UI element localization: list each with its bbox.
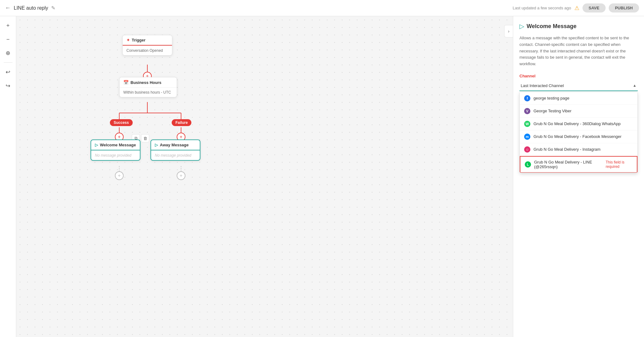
channel-icon-george-viber: V xyxy=(524,108,530,114)
business-hours-content: Within business hours - UTC xyxy=(123,90,171,95)
panel-content: ▷ Welcome Message Allows a message with … xyxy=(513,16,644,179)
channel-label-grub-messenger: Grub N Go Meal Delivery - Facebook Messe… xyxy=(533,134,622,139)
trigger-node-content: Conversation Opened xyxy=(126,48,163,53)
away-message-header: ▷ Away Message xyxy=(151,140,200,150)
zoom-in-button[interactable]: + xyxy=(2,20,14,31)
success-badge: Success xyxy=(110,119,133,126)
business-hours-body: Within business hours - UTC xyxy=(120,87,177,97)
dropdown-item-grub-messenger[interactable]: mGrub N Go Meal Delivery - Facebook Mess… xyxy=(520,130,637,143)
panel-title-icon: ▷ xyxy=(519,22,524,30)
fit-view-button[interactable]: ⊕ xyxy=(2,47,14,59)
last-updated-text: Last updated a few seconds ago xyxy=(513,6,571,10)
away-message-node[interactable]: ▷ Away Message No message provided xyxy=(150,139,200,161)
channel-dropdown-arrow-icon: ▲ xyxy=(633,83,637,88)
channel-dropdown-list: fgeorge testing pageVGeorge Testing Vibe… xyxy=(519,92,638,173)
welcome-message-icon: ▷ xyxy=(95,143,98,147)
channel-label-george-viber: George Testing Viber xyxy=(533,109,572,113)
failure-badge: Failure xyxy=(172,119,191,126)
channel-dropdown-container: Last Interacted Channel ▲ fgeorge testin… xyxy=(519,81,638,173)
left-toolbar: + − ⊕ ↩ ↪ xyxy=(0,16,16,337)
channel-label-grub-instagram: Grub N Go Meal Delivery - Instagram xyxy=(533,147,601,152)
zoom-out-button[interactable]: − xyxy=(2,34,14,45)
dropdown-item-grub-line[interactable]: LGrub N Go Meal Delivery - LINE (@265rss… xyxy=(520,156,637,173)
save-button[interactable]: SAVE xyxy=(583,3,606,12)
trigger-node-header: ✦ Trigger xyxy=(123,35,172,46)
right-panel: ▷ Welcome Message Allows a message with … xyxy=(513,16,644,337)
undo-button[interactable]: ↩ xyxy=(2,66,14,78)
away-message-title: Away Message xyxy=(160,143,189,147)
business-hours-title: Business Hours xyxy=(130,80,161,85)
channel-label-grub-whatsapp: Grub N Go Meal Delivery - 360Dialog What… xyxy=(533,121,621,126)
away-message-icon: ▷ xyxy=(155,143,158,147)
publish-button[interactable]: PUBLISH xyxy=(609,3,639,12)
channel-icon-grub-instagram: ☺ xyxy=(524,146,530,153)
dropdown-item-grub-whatsapp[interactable]: WGrub N Go Meal Delivery - 360Dialog Wha… xyxy=(520,118,637,130)
panel-title-section: ▷ Welcome Message xyxy=(519,22,638,30)
toolbar-divider xyxy=(4,62,12,63)
panel-description: Allows a message with the specified cont… xyxy=(519,35,638,67)
welcome-message-body: No message provided xyxy=(91,150,140,160)
channel-label: Channel xyxy=(519,74,638,78)
header: ← LINE auto reply ✎ Last updated a few s… xyxy=(0,0,644,16)
welcome-message-placeholder: No message provided xyxy=(95,153,131,158)
channel-icon-grub-whatsapp: W xyxy=(524,121,530,127)
panel-title-text: Welcome Message xyxy=(527,23,577,30)
selected-channel-text: Last Interacted Channel xyxy=(521,83,564,88)
channel-icon-grub-messenger: m xyxy=(524,134,530,140)
channel-icon-grub-line: L xyxy=(525,161,531,168)
welcome-message-header: ▷ Welcome Message xyxy=(91,140,140,150)
business-hours-icon: 📅 xyxy=(123,80,129,85)
business-hours-header: 📅 Business Hours xyxy=(120,77,177,87)
panel-toggle[interactable]: › xyxy=(504,25,513,37)
field-required-text: This field is required xyxy=(606,160,632,169)
redo-button[interactable]: ↪ xyxy=(2,80,14,91)
warning-icon: ⚠ xyxy=(574,5,579,12)
header-left: ← LINE auto reply ✎ xyxy=(5,5,55,11)
back-button[interactable]: ← xyxy=(5,5,11,11)
welcome-message-node[interactable]: ▷ Welcome Message No message provided xyxy=(91,139,140,161)
delete-welcome-button[interactable]: 🗑 xyxy=(141,134,149,142)
add-after-welcome[interactable]: + xyxy=(115,171,124,180)
add-after-away[interactable]: + xyxy=(177,171,185,180)
dropdown-item-george-fb[interactable]: fgeorge testing page xyxy=(520,92,637,105)
header-right: Last updated a few seconds ago ⚠ SAVE PU… xyxy=(513,3,639,12)
welcome-message-title: Welcome Message xyxy=(100,143,136,147)
channel-icon-george-fb: f xyxy=(524,95,530,101)
channel-label-grub-line: Grub N Go Meal Delivery - LINE (@265rssq… xyxy=(534,160,600,169)
away-message-placeholder: No message provided xyxy=(155,153,191,158)
dropdown-item-george-viber[interactable]: VGeorge Testing Viber xyxy=(520,105,637,118)
workflow-title: LINE auto reply xyxy=(14,5,48,11)
trigger-node-body: Conversation Opened xyxy=(123,46,172,55)
edit-title-icon[interactable]: ✎ xyxy=(51,5,55,11)
trigger-node[interactable]: ✦ Trigger Conversation Opened xyxy=(122,35,172,56)
trigger-icon: ✦ xyxy=(126,38,130,42)
away-message-body: No message provided xyxy=(151,150,200,160)
trigger-node-title: Trigger xyxy=(132,38,145,42)
channel-dropdown-selected[interactable]: Last Interacted Channel ▲ xyxy=(519,81,638,91)
channel-label-george-fb: george testing page xyxy=(533,96,569,100)
dropdown-item-grub-instagram[interactable]: ☺Grub N Go Meal Delivery - Instagram xyxy=(520,143,637,156)
business-hours-node[interactable]: 📅 Business Hours Within business hours -… xyxy=(119,77,177,97)
